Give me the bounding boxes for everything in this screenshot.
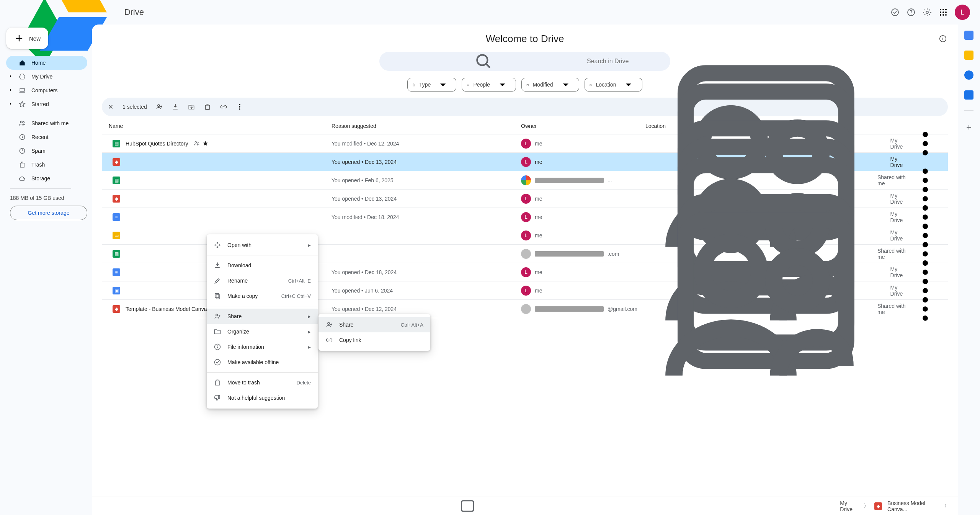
nav-spam[interactable]: Spam [6, 144, 87, 158]
nav-shared-with-me[interactable]: Shared with me [6, 116, 87, 130]
menu-label: Share [227, 313, 302, 319]
file-icon [412, 82, 415, 88]
filter-chip-type[interactable]: Type [407, 78, 456, 92]
slides-file-icon: ▭ [113, 232, 120, 239]
reason-text: You modified • Dec 12, 2024 [332, 141, 521, 147]
row-more-icon[interactable] [910, 293, 941, 325]
info-icon [214, 343, 221, 351]
download-button[interactable] [172, 103, 179, 111]
share-submenu: ShareCtrl+Alt+ACopy link [318, 314, 430, 351]
get-storage-button[interactable]: Get more storage [10, 206, 87, 220]
open-icon [214, 241, 221, 249]
more-actions-button[interactable] [236, 103, 243, 111]
nav-computers[interactable]: Computers [6, 83, 87, 97]
menu-open-with[interactable]: Open with▶ [207, 237, 318, 253]
docs-file-icon: ≡ [113, 268, 120, 276]
owner-redacted [535, 251, 604, 257]
reason-text: You opened • Feb 6, 2025 [332, 177, 521, 183]
nav-home[interactable]: Home [6, 56, 87, 70]
side-panel: ＋ [958, 25, 980, 515]
share-icon [214, 312, 221, 320]
filter-chip-people[interactable]: People [462, 78, 516, 92]
nav-starred[interactable]: Starred [6, 97, 87, 111]
breadcrumb-root[interactable]: My Drive [840, 500, 858, 512]
cloud-icon [18, 175, 26, 182]
contacts-app-icon[interactable] [964, 90, 973, 100]
row-more-icon[interactable] [910, 128, 941, 159]
account-avatar[interactable]: L [955, 5, 970, 20]
clear-selection-button[interactable] [107, 103, 114, 110]
new-button[interactable]: New [6, 28, 48, 49]
group-icon [18, 119, 26, 127]
nav-recent[interactable]: Recent [6, 130, 87, 144]
col-owner[interactable]: Owner [521, 123, 645, 129]
add-app-icon[interactable]: ＋ [965, 121, 973, 133]
tasks-app-icon[interactable] [964, 70, 973, 80]
menu-not-a-helpful-suggestion[interactable]: Not a helpful suggestion [207, 390, 318, 405]
nav-storage[interactable]: Storage [6, 172, 87, 185]
breadcrumb-next-icon[interactable]: 〉 [944, 503, 949, 510]
info-icon[interactable] [939, 34, 947, 46]
owner-suffix: ... [608, 177, 612, 183]
help-icon[interactable] [906, 8, 916, 17]
owner-name: me [535, 141, 542, 147]
menu-move-to-trash[interactable]: Move to trashDelete [207, 375, 318, 390]
breadcrumb-current[interactable]: Business Model Canva... [887, 500, 939, 512]
menu-share[interactable]: Share▶ [207, 309, 318, 324]
menu-organize[interactable]: Organize▶ [207, 324, 318, 339]
computers-icon [18, 87, 26, 94]
sheets-file-icon: ▦ [113, 250, 120, 258]
offline-ready-icon[interactable] [890, 8, 900, 17]
caret-down-icon [620, 78, 637, 91]
owner-avatar [521, 304, 531, 314]
menu-make-available-offline[interactable]: Make available offline [207, 355, 318, 370]
menu-share[interactable]: ShareCtrl+Alt+A [318, 317, 430, 332]
keep-app-icon[interactable] [964, 51, 973, 60]
nav-trash[interactable]: Trash [6, 158, 87, 172]
nav-label: Starred [31, 101, 49, 107]
reason-text: You opened • Dec 13, 2024 [332, 159, 521, 165]
share-button[interactable] [155, 103, 163, 111]
reason-text: You opened • Dec 12, 2024 [332, 306, 521, 312]
context-menu: Open with▶DownloadRenameCtrl+Alt+EMake a… [207, 234, 318, 409]
move-button[interactable] [188, 103, 195, 111]
drive-box-icon [100, 497, 835, 515]
breadcrumb: My Drive 〉 ◆ Business Model Canva... 〉 [92, 497, 958, 515]
col-reason[interactable]: Reason suggested [332, 123, 521, 129]
nav-label: Spam [31, 148, 46, 154]
menu-download[interactable]: Download [207, 258, 318, 273]
clock-icon [18, 133, 26, 141]
delete-button[interactable] [204, 103, 211, 111]
menu-label: Download [227, 262, 311, 268]
owner-avatar: L [521, 267, 531, 277]
owner-redacted [535, 306, 604, 312]
sheets-file-icon: ▦ [113, 140, 120, 147]
menu-copy-link[interactable]: Copy link [318, 332, 430, 348]
calendar-app-icon[interactable] [964, 31, 973, 40]
chip-label: Location [596, 82, 616, 88]
menu-label: Open with [227, 242, 302, 248]
col-name[interactable]: Name [102, 123, 332, 129]
sites-file-icon: ▣ [113, 287, 120, 294]
expand-icon [8, 88, 13, 93]
settings-icon[interactable] [923, 8, 932, 17]
chip-label: People [473, 82, 490, 88]
drive-icon [18, 73, 26, 80]
apps-icon[interactable] [939, 8, 948, 17]
filter-chip-modified[interactable]: Modified [521, 78, 579, 92]
menu-file-information[interactable]: File information▶ [207, 339, 318, 355]
owner-avatar [521, 175, 531, 185]
search-bar[interactable] [379, 52, 670, 71]
home-icon [18, 59, 26, 67]
submenu-arrow-icon: ▶ [308, 314, 311, 319]
menu-shortcut: Ctrl+C Ctrl+V [281, 293, 311, 299]
menu-make-a-copy[interactable]: Make a copyCtrl+C Ctrl+V [207, 288, 318, 304]
caret-down-icon [494, 78, 511, 91]
menu-rename[interactable]: RenameCtrl+Alt+E [207, 273, 318, 288]
nav-my-drive[interactable]: My Drive [6, 70, 87, 83]
share-icon [325, 321, 333, 329]
offline-icon [214, 358, 221, 366]
filter-chip-location[interactable]: Location [585, 78, 642, 92]
copy-link-button[interactable] [220, 103, 227, 111]
sidebar: New HomeMy DriveComputersStarred Shared … [0, 25, 92, 515]
